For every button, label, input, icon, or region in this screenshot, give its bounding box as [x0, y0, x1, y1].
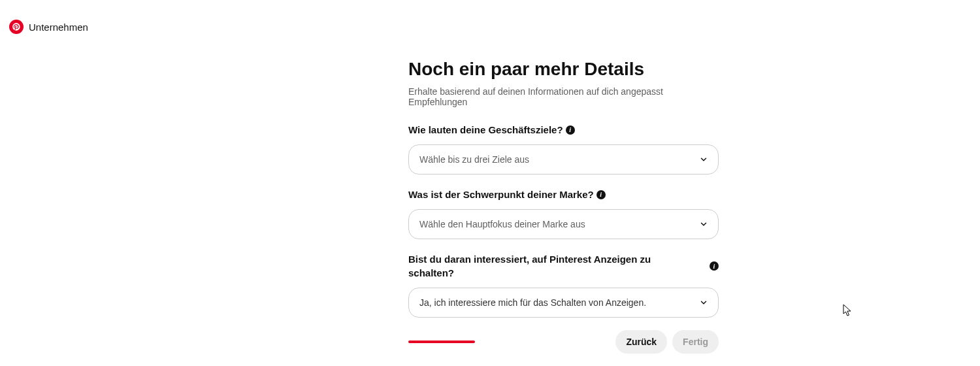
accent-underline	[408, 341, 475, 343]
form-footer: Zurück Fertig	[408, 330, 719, 354]
goals-select[interactable]: Wähle bis zu drei Ziele aus	[408, 144, 719, 175]
ads-interest-group: Bist du daran interessiert, auf Pinteres…	[408, 252, 719, 318]
brand-focus-group: Was ist der Schwerpunkt deiner Marke? i …	[408, 188, 719, 239]
back-button[interactable]: Zurück	[615, 330, 667, 354]
app-header: Unternehmen	[0, 0, 980, 34]
goals-label: Wie lauten deine Geschäftsziele?	[408, 123, 563, 137]
ads-interest-select[interactable]: Ja, ich interessiere mich für das Schalt…	[408, 288, 719, 318]
info-icon[interactable]: i	[710, 261, 719, 271]
info-icon[interactable]: i	[566, 125, 575, 135]
brand-label: Unternehmen	[29, 22, 88, 33]
page-subtitle: Erhalte basierend auf deinen Information…	[408, 86, 719, 107]
done-button[interactable]: Fertig	[672, 330, 719, 354]
brand-focus-select[interactable]: Wähle den Hauptfokus deiner Marke aus	[408, 209, 719, 239]
info-icon[interactable]: i	[596, 190, 606, 199]
brand-focus-label: Was ist der Schwerpunkt deiner Marke?	[408, 188, 594, 201]
page-title: Noch ein paar mehr Details	[408, 59, 719, 80]
goals-group: Wie lauten deine Geschäftsziele? i Wähle…	[408, 123, 719, 175]
ads-interest-label: Bist du daran interessiert, auf Pinteres…	[408, 252, 683, 280]
cursor-icon	[843, 304, 853, 320]
onboarding-form: Noch ein paar mehr Details Erhalte basie…	[408, 59, 719, 331]
pinterest-logo-icon[interactable]	[9, 20, 24, 34]
